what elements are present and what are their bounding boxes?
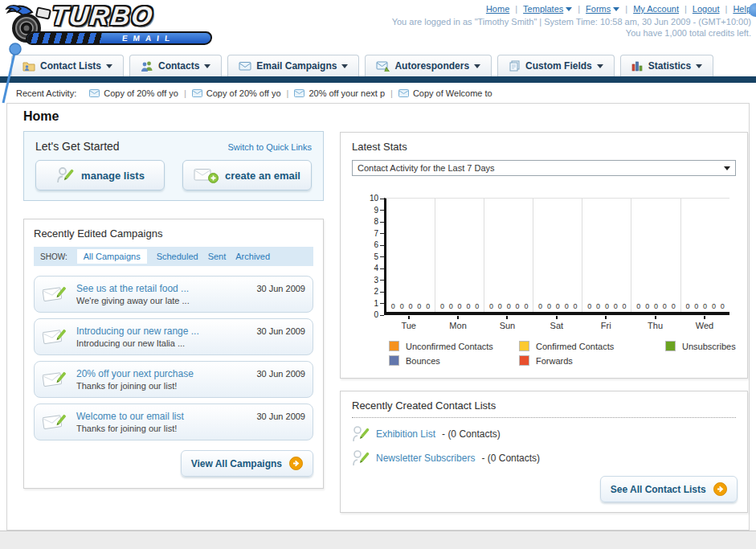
chart-y-tick-label: 10 (352, 195, 384, 202)
nav-link-forms[interactable]: Forms (586, 4, 619, 14)
recent-activity-item[interactable]: Copy of Welcome to (398, 88, 492, 98)
contact-activity-chart: 109876543210 000000000000000000000000000… (352, 195, 736, 366)
get-started-title: Let's Get Started (35, 140, 120, 153)
tab-statistics[interactable]: Statistics (620, 55, 713, 76)
chart-value-label: 0 (489, 302, 493, 312)
campaign-title-link[interactable]: Welcome to our email list (76, 411, 256, 422)
chart-x-labels: TueMonSunSatFriThuWed (384, 316, 729, 330)
nav-link-templates[interactable]: Templates (523, 4, 572, 14)
recent-activity-label: Recent Activity: (16, 88, 76, 98)
legend-item: Unconfirmed Contacts (389, 341, 519, 351)
contact-list-item[interactable]: Exhibition List - (0 Contacts) (352, 424, 736, 444)
filter-archived[interactable]: Archived (235, 252, 270, 261)
contact-list-name-link[interactable]: Newsletter Subscribers (376, 453, 475, 464)
latest-stats-panel: Latest Stats Contact Activity for the La… (340, 132, 748, 379)
chart-x-tick-label: Wed (680, 316, 729, 330)
nav-link-my-account[interactable]: My Account (633, 4, 679, 14)
filter-all-campaigns[interactable]: All Campaigns (77, 249, 147, 264)
header-right: Home| Templates| Forms| My Account| Logo… (392, 4, 751, 38)
contact-list-name-link[interactable]: Exhibition List (376, 428, 435, 440)
nav-link-help[interactable]: Help (733, 4, 751, 14)
tab-contact-lists[interactable]: Contact Lists (11, 55, 124, 76)
chart-y-tick-label: 1 (352, 301, 384, 307)
chart-bar-group: 00000 (533, 199, 582, 312)
tab-custom-fields[interactable]: Custom Fields (497, 55, 615, 76)
contact-list-item[interactable]: Newsletter Subscribers - (0 Contacts) (352, 449, 736, 468)
legend-item: Bounces (389, 355, 519, 366)
tab-email-campaigns[interactable]: Email Campaigns (227, 55, 359, 76)
create-email-button[interactable]: create an email (182, 160, 312, 191)
campaign-row[interactable]: Welcome to our email list Thanks for joi… (34, 404, 313, 440)
campaign-title-link[interactable]: 20% off your next purchase (76, 368, 256, 379)
manage-lists-button[interactable]: manage lists (35, 160, 165, 191)
folder-contacts-icon (22, 60, 35, 72)
legend-label: Unconfirmed Contacts (406, 342, 493, 351)
manage-lists-label: manage lists (81, 170, 145, 182)
campaign-row[interactable]: See us at the retail food ... We're givi… (34, 276, 313, 313)
filter-sent[interactable]: Sent (208, 252, 227, 261)
contact-list-count: - (0 Contacts) (442, 428, 501, 440)
envelope-plus-icon (194, 166, 219, 184)
recently-created-contact-lists-panel: Recently Created Contact Lists Exhibitio… (340, 391, 748, 513)
chart-value-label: 0 (587, 302, 591, 312)
person-pencil-icon (352, 449, 370, 468)
chart-bar-group: 00000 (631, 199, 680, 312)
nav-link-home[interactable]: Home (486, 4, 509, 14)
bar-chart-icon (631, 61, 644, 72)
campaign-date: 30 Jun 2009 (256, 284, 305, 293)
chart-value-label: 0 (573, 302, 577, 312)
campaign-title-link[interactable]: See us at the retail food ... (76, 283, 256, 294)
chart-y-tick-label: 9 (352, 207, 384, 214)
nav-separator: | (625, 4, 627, 14)
chart-x-tick-label: Fri (582, 316, 631, 330)
chart-legend: Unconfirmed ContactsConfirmed ContactsUn… (389, 341, 736, 366)
contact-lists-panel-title: Recently Created Contact Lists (352, 399, 736, 412)
nav-link-logout[interactable]: Logout (693, 4, 720, 14)
tab-autoresponders[interactable]: Autoresponders (365, 55, 492, 76)
show-label: SHOW: (40, 252, 67, 261)
logo-stripes-decoration (27, 33, 101, 43)
campaign-subtitle: Introducing our new Italia ... (76, 338, 256, 348)
chevron-down-icon (341, 64, 348, 68)
chart-value-label: 0 (596, 302, 600, 312)
envelope-icon (192, 89, 202, 97)
activity-item-label: Copy of 20% off yo (206, 88, 281, 98)
chart-value-label: 0 (449, 302, 453, 312)
nav-separator: | (684, 4, 687, 14)
tab-contacts[interactable]: Contacts (129, 55, 222, 76)
app-logo[interactable]: TURBO EMAIL (5, 2, 222, 49)
chart-value-label: 0 (440, 302, 444, 312)
chart-value-label: 0 (694, 302, 698, 312)
recent-activity-item[interactable]: 20% off your next p (294, 88, 385, 98)
legend-item: Unsubscribes (665, 341, 736, 351)
left-column: Home Let's Get Started Switch to Quick L… (23, 104, 324, 530)
legend-swatch (389, 341, 399, 351)
campaign-row[interactable]: 20% off your next purchase Thanks for jo… (34, 361, 313, 398)
campaign-title-link[interactable]: Introducing our new range ... (76, 326, 256, 337)
contact-list-count: - (0 Contacts) (481, 453, 540, 464)
recent-activity-item[interactable]: Copy of 20% off yo (192, 88, 281, 98)
recent-activity-item[interactable]: Copy of 20% off yo (89, 88, 178, 98)
people-icon (141, 60, 153, 72)
chevron-down-icon (106, 64, 112, 68)
chevron-down-icon (613, 7, 619, 11)
nav-separator: | (578, 4, 580, 14)
recently-edited-campaigns-panel: Recently Edited Campaigns SHOW: All Camp… (23, 219, 324, 489)
campaign-subtitle: Thanks for joining our list! (76, 381, 256, 391)
main-tab-bar: Contact Lists Contacts Email Campaigns A… (0, 50, 756, 76)
campaign-row[interactable]: Introducing our new range ... Introducin… (34, 318, 313, 355)
chart-value-label: 0 (556, 302, 560, 312)
see-all-contact-lists-button[interactable]: See All Contact Lists (600, 476, 738, 502)
campaign-subtitle: Thanks for joining our list! (76, 424, 256, 433)
filter-scheduled[interactable]: Scheduled (157, 252, 198, 261)
logo-email-bar: EMAIL (25, 31, 213, 45)
legend-swatch (389, 355, 399, 366)
stats-period-select[interactable]: Contact Activity for the Last 7 Days (352, 160, 736, 176)
campaign-date: 30 Jun 2009 (256, 369, 305, 379)
chart-value-label: 0 (654, 302, 658, 312)
view-all-campaigns-button[interactable]: View All Campaigns (181, 450, 313, 477)
main-content: Home Let's Get Started Switch to Quick L… (6, 103, 750, 531)
chart-plot-area: 00000000000000000000000000000000000 (384, 198, 729, 315)
legend-item: Confirmed Contacts (519, 341, 665, 351)
switch-quick-links-link[interactable]: Switch to Quick Links (227, 142, 312, 152)
